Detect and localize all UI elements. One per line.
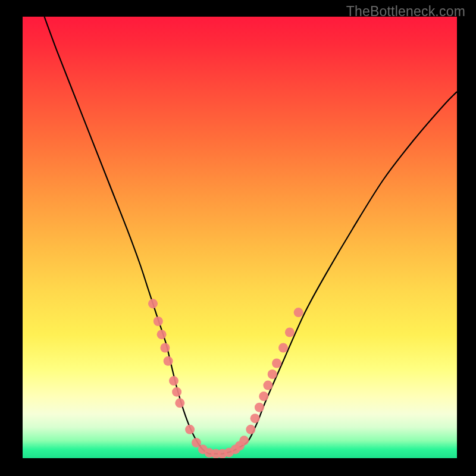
marker-point	[239, 436, 249, 445]
marker-point	[169, 376, 178, 386]
marker-point	[268, 369, 277, 379]
marker-point	[272, 359, 281, 368]
marker-point	[246, 425, 255, 434]
highlight-markers	[148, 299, 303, 458]
watermark-text: TheBottleneck.com	[346, 4, 465, 20]
marker-point	[294, 308, 303, 317]
bottleneck-curve	[45, 17, 458, 454]
marker-point	[263, 381, 273, 390]
marker-point	[157, 330, 167, 339]
marker-point	[278, 343, 288, 353]
marker-point	[250, 414, 260, 423]
marker-point	[154, 317, 163, 326]
marker-point	[185, 425, 195, 434]
marker-point	[175, 398, 184, 408]
plot-area	[23, 17, 457, 458]
chart-frame: TheBottleneck.com	[0, 0, 476, 476]
marker-point	[172, 387, 181, 397]
marker-point	[164, 356, 173, 366]
marker-point	[148, 299, 158, 308]
marker-point	[285, 328, 295, 337]
curve-line	[45, 17, 458, 454]
marker-point	[259, 392, 268, 401]
marker-point	[255, 403, 264, 412]
chart-svg	[23, 17, 457, 458]
marker-point	[160, 343, 170, 353]
